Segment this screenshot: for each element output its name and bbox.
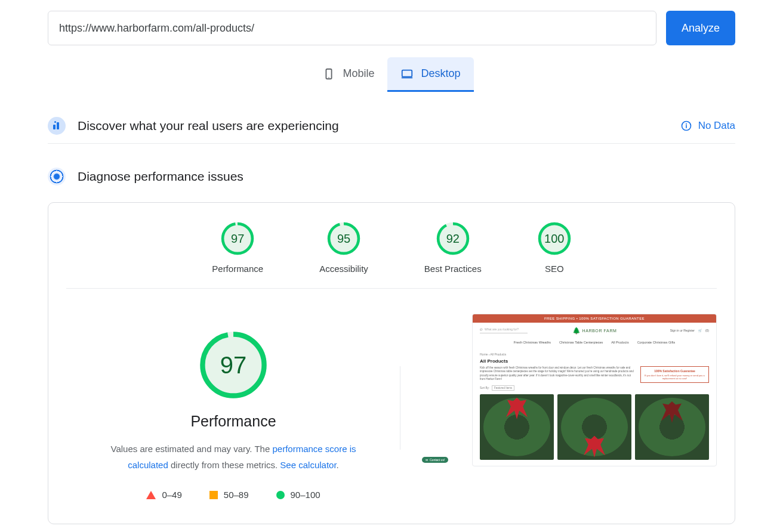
gauge-accessibility[interactable]: 95 Accessibility (319, 222, 368, 274)
tab-mobile[interactable]: Mobile (309, 57, 387, 92)
crux-icon (48, 117, 66, 135)
preview-blurb: Kick off the season with fresh Christmas… (480, 366, 636, 381)
gauge-label: Best Practices (424, 264, 482, 274)
svg-rect-2 (402, 70, 412, 76)
gauge-performance[interactable]: 97 Performance (212, 222, 263, 274)
gauge-seo[interactable]: 100 SEO (538, 222, 571, 274)
report-card: 97 Performance 95 Accessibility 92 Best … (48, 202, 735, 524)
preview-sort: Sort By:Featured Items (480, 385, 709, 391)
legend-red: 0–49 (146, 490, 181, 500)
score-legend: 0–49 50–89 90–100 (146, 490, 320, 500)
tab-desktop[interactable]: Desktop (387, 57, 473, 92)
performance-detail: 97 Performance Values are estimated and … (66, 307, 400, 500)
nodata-link[interactable]: No Data (698, 120, 735, 132)
legend-orange: 50–89 (209, 490, 249, 500)
preview-heading: All Products (480, 358, 709, 364)
gauge-label: SEO (545, 264, 564, 274)
performance-description: Values are estimated and may vary. The p… (90, 441, 377, 473)
preview-product-card (480, 394, 554, 460)
diagnose-title: Diagnose performance issues (78, 169, 735, 184)
preview-banner: FREE SHIPPING • 100% SATISFACTION GUARAN… (473, 314, 716, 323)
tab-desktop-label: Desktop (421, 67, 460, 80)
nodata-group: No Data (680, 120, 735, 132)
gauge-label: Accessibility (319, 264, 368, 274)
discover-title: Discover what your real users are experi… (78, 119, 668, 133)
see-calculator-link[interactable]: See calculator (280, 460, 336, 470)
preview-nav: Fresh Christmas WreathsChristmas Table C… (473, 338, 716, 349)
gauges-row: 97 Performance 95 Accessibility 92 Best … (66, 217, 717, 289)
performance-title: Performance (190, 413, 276, 430)
svg-point-1 (329, 77, 330, 78)
discover-section-header: Discover what your real users are experi… (48, 109, 735, 144)
preview-guarantee-box: 100% Satisfaction Guarantee If you don't… (640, 366, 709, 383)
legend-green: 90–100 (276, 490, 320, 500)
preview-product-card (635, 394, 709, 460)
gauge-bestpractices[interactable]: 92 Best Practices (424, 222, 482, 274)
performance-gauge-large: 97 (199, 330, 268, 400)
tab-mobile-label: Mobile (343, 67, 374, 80)
analyze-button[interactable]: Analyze (666, 11, 735, 45)
device-tabs: Mobile Desktop (48, 57, 735, 92)
circle-icon (276, 491, 285, 499)
page-preview: FREE SHIPPING • 100% SATISFACTION GUARAN… (472, 314, 717, 466)
triangle-icon (146, 491, 156, 499)
mobile-icon (322, 67, 335, 81)
preview-breadcrumb: Home › All Products (480, 352, 709, 356)
url-input[interactable] (48, 11, 656, 45)
detail-row: 97 Performance Values are estimated and … (66, 307, 717, 500)
info-icon (680, 120, 692, 132)
target-icon (48, 168, 66, 185)
diagnose-section-header: Diagnose performance issues (48, 159, 735, 194)
square-icon (209, 491, 218, 499)
preview-product-grid (480, 394, 709, 460)
desktop-icon (400, 67, 414, 81)
preview-brand: 🌲HARBOR FARM (572, 327, 617, 335)
preview-search: What are you looking for? (480, 327, 528, 333)
tree-icon: 🌲 (572, 327, 581, 335)
gauge-label: Performance (212, 264, 263, 274)
preview-product-card (557, 394, 631, 460)
url-row: Analyze (48, 11, 735, 45)
